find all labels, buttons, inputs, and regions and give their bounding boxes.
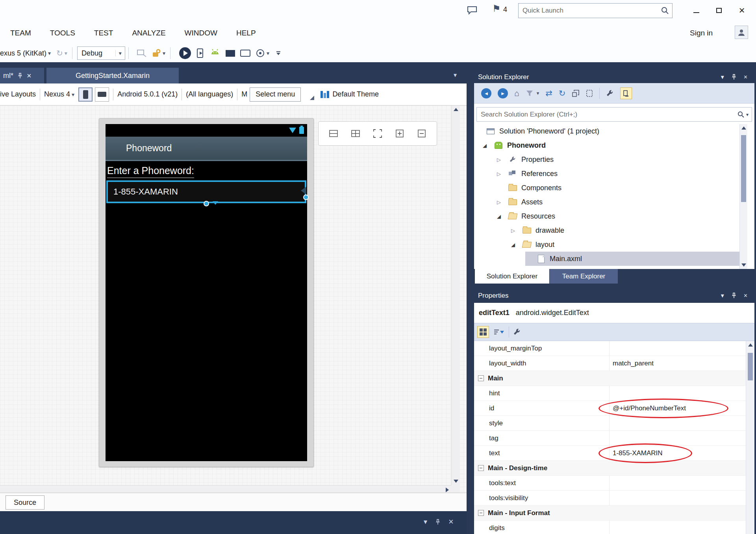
property-row[interactable]: tools:visibility (474, 491, 754, 506)
property-group-input-format[interactable]: Main - Input Format (474, 506, 754, 521)
tab-list-chevron-icon[interactable]: ▾ (454, 71, 457, 79)
property-row[interactable]: tag (474, 431, 754, 446)
alternative-layouts-button[interactable]: ive Layouts (0, 90, 36, 98)
expander-collapsed-icon[interactable] (511, 228, 522, 234)
fit-to-selection-icon[interactable] (372, 128, 383, 139)
tree-item-resources[interactable]: Resources (474, 209, 739, 223)
solution-search-box[interactable]: ▾ (476, 107, 752, 122)
close-icon[interactable]: × (744, 292, 747, 299)
menu-help[interactable]: HELP (236, 29, 256, 37)
preview-selected-items-toggle[interactable] (620, 87, 632, 99)
device-dropdown[interactable]: exus 5 (KitKat) (0, 49, 46, 57)
chevron-down-icon[interactable]: ▾ (65, 50, 67, 56)
chevron-down-icon[interactable]: ▾ (163, 50, 165, 56)
back-button[interactable]: ◂ (481, 88, 491, 98)
properties-scrollbar[interactable] (746, 341, 754, 534)
deploy-device-icon[interactable] (196, 48, 205, 58)
close-window-button[interactable]: × (731, 2, 753, 19)
expander-expanded-icon[interactable] (511, 242, 522, 248)
collapse-group-icon[interactable] (478, 510, 484, 516)
zoom-out-icon[interactable] (417, 128, 427, 139)
collapse-all-icon[interactable] (572, 89, 580, 97)
scrollbar-thumb[interactable] (748, 353, 753, 380)
pin-icon[interactable] (731, 293, 737, 299)
property-row[interactable]: layout_width match_parent (474, 356, 754, 371)
alphabetical-sort-button[interactable] (493, 326, 505, 338)
landscape-orientation-button[interactable] (95, 87, 109, 102)
attach-icon[interactable] (137, 49, 147, 57)
maximize-button[interactable] (708, 2, 730, 19)
resize-handle-bottom[interactable] (204, 201, 209, 206)
property-row[interactable]: layout_marginTop (474, 341, 754, 356)
tab-solution-explorer[interactable]: Solution Explorer (475, 269, 549, 284)
quick-launch-input[interactable] (519, 7, 661, 15)
solution-search-input[interactable] (477, 111, 737, 119)
tree-item-main-axml[interactable]: Main.axml (474, 252, 739, 266)
tree-item-references[interactable]: References (474, 167, 739, 181)
properties-wrench-icon[interactable] (606, 89, 614, 97)
tree-item-phoneword-project[interactable]: Phoneword (474, 138, 739, 152)
canvas-vertical-scrollbar[interactable] (451, 106, 460, 485)
chevron-down-icon[interactable]: ▾ (721, 292, 724, 299)
close-icon[interactable]: × (448, 517, 454, 527)
property-group-main[interactable]: Main (474, 371, 754, 386)
tablet-icon[interactable] (240, 49, 251, 57)
tree-item-properties[interactable]: Properties (474, 152, 739, 167)
tab-gettingstarted-xamarin[interactable]: GettingStarted.Xamarin (46, 68, 179, 83)
textview-label[interactable]: Enter a Phoneword: (107, 165, 194, 178)
menu-team[interactable]: TEAM (10, 29, 31, 37)
property-row[interactable]: hint (474, 386, 754, 401)
grid-view-icon[interactable] (350, 128, 361, 139)
scrollbar-thumb[interactable] (741, 135, 746, 202)
scroll-up-icon[interactable] (748, 343, 753, 347)
pin-icon[interactable] (731, 74, 737, 80)
tree-item-layout[interactable]: layout (474, 237, 739, 252)
search-icon[interactable] (737, 111, 745, 118)
property-row[interactable]: digits (474, 521, 754, 534)
edittext-widget-selected[interactable]: 1-855-XAMARIN (106, 180, 306, 203)
refresh-icon[interactable]: ↻ (559, 89, 566, 98)
property-row[interactable]: style (474, 416, 754, 431)
quick-launch-box[interactable] (518, 3, 673, 18)
show-all-files-icon[interactable] (586, 89, 593, 97)
expander-collapsed-icon[interactable] (497, 199, 508, 205)
close-icon[interactable]: × (27, 71, 32, 80)
minimize-button[interactable] (685, 2, 707, 19)
tab-team-explorer[interactable]: Team Explorer (550, 269, 618, 284)
close-icon[interactable]: × (744, 74, 747, 81)
dock-option-icon[interactable] (303, 89, 314, 100)
user-avatar-icon[interactable] (735, 26, 748, 39)
expander-collapsed-icon[interactable] (497, 157, 508, 163)
chevron-down-icon[interactable]: ▾ (424, 517, 427, 526)
chevron-down-icon[interactable]: ▾ (537, 90, 539, 96)
tree-item-drawable[interactable]: drawable (474, 223, 739, 237)
property-row[interactable]: tools:text (474, 476, 754, 491)
sdk-manager-icon[interactable] (152, 48, 161, 58)
profiler-icon[interactable] (256, 48, 265, 58)
adorner-dropdown-icon[interactable] (213, 201, 218, 205)
scroll-up-icon[interactable] (741, 126, 746, 130)
sync-with-active-document-icon[interactable]: ⇄ (545, 89, 552, 98)
menu-tools[interactable]: TOOLS (50, 29, 75, 37)
menu-analyze[interactable]: ANALYZE (132, 29, 165, 37)
resize-handle-right[interactable] (303, 195, 309, 200)
tree-item-assets[interactable]: Assets (474, 195, 739, 209)
tab-main-axml-partial[interactable]: ml* × (0, 68, 44, 83)
home-icon[interactable]: ⌂ (514, 89, 519, 98)
scroll-right-icon[interactable] (446, 488, 449, 492)
property-row-id[interactable]: id @+id/PhoneNumberText (474, 401, 754, 416)
device-selector[interactable]: Nexus 4 (44, 90, 70, 98)
configuration-combobox[interactable]: Debug ▾ (77, 46, 125, 60)
sign-in-link[interactable]: Sign in (690, 29, 713, 37)
categorized-view-button[interactable] (477, 326, 489, 338)
portrait-orientation-button[interactable] (78, 87, 93, 102)
properties-header[interactable]: Properties ▾ × (474, 289, 754, 302)
textview-row[interactable]: Enter a Phoneword: (106, 165, 307, 178)
property-pages-wrench-icon[interactable] (513, 328, 521, 336)
filter-icon[interactable] (526, 90, 534, 97)
collapse-group-icon[interactable] (478, 465, 484, 471)
chevron-down-icon[interactable]: ▾ (48, 50, 51, 56)
tab-source[interactable]: Source (6, 495, 44, 510)
scroll-down-icon[interactable] (741, 263, 746, 267)
refresh-devices-icon[interactable]: ↻ (56, 48, 63, 58)
